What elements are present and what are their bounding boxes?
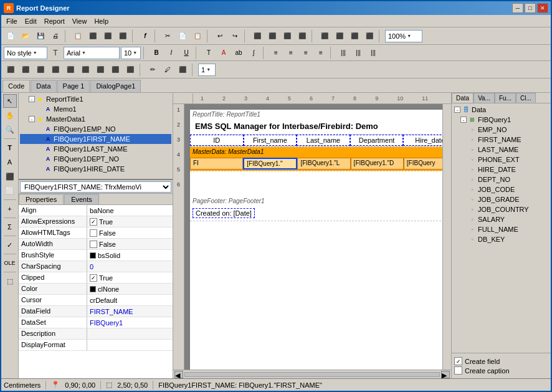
save-button[interactable]: 💾 [34,29,47,43]
tb3-btn7[interactable]: ⬛ [93,63,107,77]
header-cell-3[interactable]: Department [350,135,404,146]
lt-btn10[interactable]: OLE [3,256,17,270]
tb3-btn4[interactable]: ⬛ [49,63,62,77]
menu-edit[interactable]: Edit [21,16,40,26]
menu-report[interactable]: Report [40,16,69,26]
bold-button[interactable]: B [150,46,163,60]
header-cell-4[interactable]: Hire_date [403,135,442,146]
create-caption-checkbox[interactable] [454,366,462,375]
scroll-right-btn[interactable]: ▶ [441,371,450,378]
header-cell-1[interactable]: First_name [244,135,297,146]
tb-btn14[interactable]: ⬛ [295,29,309,43]
component-dropdown[interactable]: FIBQuery1FIRST_NAME: TfrxMemoVi [20,181,171,193]
lt-btn7[interactable]: + [3,202,17,216]
tree-item-0[interactable]: - ▶ ReportTitle1 [20,94,171,104]
close-button[interactable]: ✕ [537,3,548,13]
tab-events[interactable]: Events [64,194,99,204]
menu-help[interactable]: Help [90,16,112,26]
tb3-btn1[interactable]: ⬛ [4,63,17,77]
prop-value-brushstyle[interactable]: bsSolid [87,250,173,261]
lt-btn5[interactable]: ⬛ [3,170,17,183]
hand-tool[interactable]: ✋ [3,108,17,122]
prop-value-clipped[interactable]: ✓ True [87,272,173,283]
tab-dialogpage1[interactable]: DialogPage1 [90,80,141,92]
tab-data[interactable]: Data [31,80,56,92]
tb-btn24[interactable]: ||| [351,46,365,60]
tb-btn11[interactable]: ⬛ [250,29,264,43]
align-center[interactable]: ≡ [284,46,298,60]
tb-btn23[interactable]: ||| [336,46,350,60]
data-cell-0[interactable]: FI [190,158,243,170]
right-field-4[interactable]: ▫ HIRE_DATE [453,165,550,174]
tb-btn13[interactable]: ⬛ [280,29,294,43]
prop-value-description[interactable] [87,328,173,339]
report-title-text[interactable]: EMS SQL Manager for Interbase/Firebird: … [193,121,380,131]
right-field-6[interactable]: ▫ JOB_CODE [453,184,550,194]
tb-btn15[interactable]: ⬛ [318,29,331,43]
tree-item-4[interactable]: A FIBQuery1FIRST_NAME [20,134,171,144]
prop-value-color[interactable]: clNone [87,284,173,294]
italic-button[interactable]: I [164,46,178,60]
tb3-btn9[interactable]: ⬛ [123,63,137,77]
lt-btn11[interactable]: ⬚ [3,274,17,288]
scroll-bottom[interactable]: ◀ ▶ [173,370,451,378]
data-cell-3[interactable]: [FIBQuery1."D [351,158,404,170]
tb3-btn2[interactable]: ⬛ [19,63,32,77]
align-left[interactable]: ≡ [269,46,283,60]
menu-file[interactable]: File [2,16,21,26]
right-tab-fu[interactable]: Fu... [495,93,516,103]
tb-btn21[interactable]: ab [232,46,245,60]
prop-value-cursor[interactable]: crDefault [87,295,173,305]
tb3-btn3[interactable]: ⬛ [34,63,47,77]
print-button[interactable]: 🖨 [49,29,62,43]
tree-item-1[interactable]: A Memo1 [20,104,171,114]
minimize-button[interactable]: ─ [512,3,523,13]
formula-button[interactable]: f [138,29,152,43]
checkbox-clipped[interactable]: ✓ [90,274,97,282]
tb-btn17[interactable]: ⬛ [348,29,361,43]
prop-value-allowexpressions[interactable]: ✓ True [87,216,173,227]
tb-btn7[interactable]: ⬛ [101,29,115,43]
copy-button[interactable]: 📄 [176,29,189,43]
right-field-8[interactable]: ▫ JOB_COUNTRY [453,204,550,214]
report-page[interactable]: ReportTitle: ReportTitle1 EMS SQL Manage… [189,109,442,370]
prop-value-autowidth[interactable]: False [87,239,173,249]
scroll-track[interactable] [184,372,440,377]
data-cell-1[interactable]: [FIBQuery1." [243,158,297,170]
tb-btn6[interactable]: ⬛ [86,29,100,43]
lt-btn6[interactable]: ⬜ [3,184,17,198]
lt-btn4[interactable]: A [3,155,17,169]
tb3-btn8[interactable]: ⬛ [108,63,122,77]
right-field-3[interactable]: ▫ PHONE_EXT [453,155,550,165]
tree-item-5[interactable]: A FIBQuery1LAST_NAME [20,144,171,154]
maximize-button[interactable]: □ [525,3,536,13]
tb3-btn12[interactable]: ⬛ [176,63,189,77]
tb3-btn10[interactable]: ✏ [146,63,159,77]
page-container[interactable]: ReportTitle: ReportTitle1 EMS SQL Manage… [184,104,442,370]
created-field[interactable]: Created on: [Date] [193,208,255,218]
right-field-11[interactable]: ▫ DB_KEY [453,234,550,244]
prop-value-allowhtmltags[interactable]: False [87,227,173,238]
lt-btn8[interactable]: Σ [3,220,17,234]
tb3-btn5[interactable]: ⬛ [64,63,77,77]
lt-btn9[interactable]: ✓ [3,238,17,252]
tb3-btn11[interactable]: 🖊 [161,63,174,77]
tb-btn22[interactable]: ∫ [247,46,260,60]
tb-btn5[interactable]: 📋 [71,29,85,43]
right-field-9[interactable]: ▫ SALARY [453,214,550,224]
header-cell-2[interactable]: Last_name [297,135,350,146]
tab-properties[interactable]: Properties [19,194,64,204]
paste-button[interactable]: 📋 [191,29,204,43]
tree-item-2[interactable]: - ▶ MasterData1 [20,114,171,124]
expand-btn-0[interactable]: - [29,96,35,102]
prop-value-align[interactable]: baNone [87,205,173,216]
right-field-5[interactable]: ▫ DEPT_NO [453,174,550,184]
right-tab-data[interactable]: Data [452,93,473,103]
pointer-tool[interactable]: ↖ [3,94,17,108]
prop-value-charspacing[interactable]: 0 [87,261,173,272]
tb-btn18[interactable]: ⬛ [363,29,376,43]
undo-button[interactable]: ↩ [213,29,227,43]
new-button[interactable]: 📄 [4,29,17,43]
scroll-left-btn[interactable]: ◀ [174,371,183,378]
create-caption-row[interactable]: Create caption [454,366,548,375]
